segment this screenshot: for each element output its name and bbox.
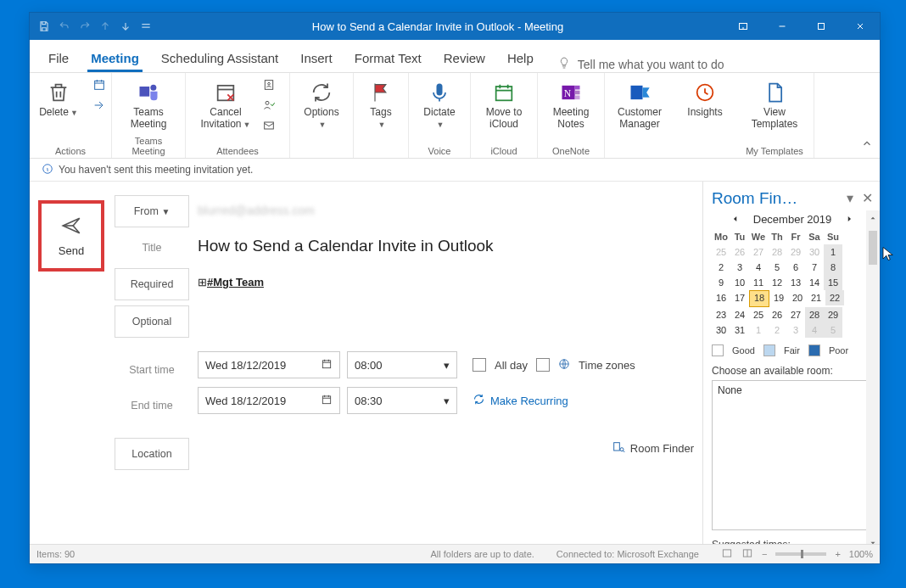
- scroll-up-icon[interactable]: [869, 214, 877, 222]
- calendar-day[interactable]: 30: [712, 322, 730, 338]
- maximize-button[interactable]: [802, 13, 841, 40]
- undo-icon[interactable]: [59, 20, 70, 32]
- meeting-notes-button[interactable]: N Meeting Notes: [544, 76, 598, 131]
- calendar-day[interactable]: 27: [749, 244, 768, 260]
- tab-scheduling-assistant[interactable]: Scheduling Assistant: [158, 46, 282, 72]
- calendar-day[interactable]: 23: [712, 307, 730, 322]
- down-arrow-icon[interactable]: [120, 20, 131, 32]
- optional-button[interactable]: Optional: [115, 305, 189, 338]
- calendar-day[interactable]: 3: [786, 322, 805, 338]
- calendar-day[interactable]: 1: [749, 322, 768, 338]
- up-arrow-icon[interactable]: [99, 20, 111, 32]
- optional-input[interactable]: [198, 302, 694, 333]
- minimize-button[interactable]: [763, 13, 802, 40]
- calendar-day[interactable]: 16: [712, 290, 730, 305]
- location-input[interactable]: Room Finder: [198, 433, 694, 463]
- calendar-day[interactable]: 28: [805, 307, 824, 322]
- end-date-picker[interactable]: Wed 18/12/2019: [198, 387, 340, 414]
- insights-button[interactable]: Insights: [678, 76, 732, 119]
- calendar-day[interactable]: 31: [730, 322, 749, 338]
- next-month-icon[interactable]: [845, 213, 853, 226]
- calendar-day[interactable]: 4: [749, 260, 768, 275]
- view-normal-icon[interactable]: [721, 547, 733, 561]
- tab-file[interactable]: File: [45, 46, 72, 72]
- calendar-day[interactable]: 2: [768, 322, 786, 338]
- calendar-day[interactable]: 25: [712, 244, 730, 260]
- panel-close-icon[interactable]: ✕: [862, 190, 873, 206]
- calendar-day[interactable]: 26: [768, 307, 786, 322]
- panel-scrollbar[interactable]: [866, 210, 880, 551]
- calendar-day[interactable]: 1: [824, 244, 842, 260]
- dictate-button[interactable]: Dictate▼: [412, 76, 467, 131]
- teams-meeting-button[interactable]: Teams Meeting: [121, 76, 176, 131]
- panel-options-icon[interactable]: ▾: [847, 190, 853, 206]
- calendar-day[interactable]: 11: [749, 275, 768, 290]
- zoom-out-icon[interactable]: −: [762, 549, 767, 559]
- tags-button[interactable]: Tags▼: [354, 76, 408, 131]
- prev-month-icon[interactable]: [731, 213, 740, 226]
- redo-icon[interactable]: [79, 20, 91, 32]
- calendar-day[interactable]: 15: [824, 275, 842, 290]
- send-button[interactable]: Send: [38, 200, 104, 272]
- calendar-day[interactable]: 30: [805, 244, 824, 260]
- tab-insert[interactable]: Insert: [297, 46, 336, 72]
- options-button[interactable]: Options▼: [294, 76, 349, 131]
- end-time-picker[interactable]: 08:30 ▾: [347, 387, 457, 414]
- calendar-day[interactable]: 21: [807, 290, 825, 305]
- tab-review[interactable]: Review: [440, 46, 489, 72]
- calendar-day[interactable]: 20: [788, 290, 807, 305]
- response-options-icon[interactable]: [262, 119, 276, 136]
- zoom-in-icon[interactable]: +: [835, 549, 840, 559]
- collapse-ribbon-icon[interactable]: [861, 137, 873, 153]
- calendar-day[interactable]: 2: [712, 260, 730, 275]
- calendar-day[interactable]: 26: [730, 244, 749, 260]
- calendar-day[interactable]: 22: [825, 290, 844, 305]
- calendar-day[interactable]: 6: [786, 260, 805, 275]
- calendar-day[interactable]: 4: [805, 322, 824, 338]
- save-icon[interactable]: [38, 20, 50, 32]
- calendar-day[interactable]: 3: [730, 260, 749, 275]
- calendar-day[interactable]: 13: [786, 275, 805, 290]
- calendar-day[interactable]: 27: [786, 307, 805, 322]
- calendar-day[interactable]: 7: [805, 260, 824, 275]
- calendar-day[interactable]: 29: [786, 244, 805, 260]
- time-zones-checkbox[interactable]: [536, 358, 550, 372]
- mini-calendar[interactable]: MoTuWeThFrSaSu 2526272829301234567891011…: [712, 229, 873, 338]
- make-recurring-button[interactable]: Make Recurring: [473, 393, 568, 408]
- view-templates-button[interactable]: View Templates: [747, 76, 803, 131]
- calendar-day[interactable]: 8: [824, 260, 842, 275]
- start-date-picker[interactable]: Wed 18/12/2019: [198, 351, 340, 378]
- customer-manager-button[interactable]: Customer Manager: [612, 76, 667, 131]
- delete-button[interactable]: Delete▼: [31, 76, 86, 119]
- calendar-day[interactable]: 18: [749, 290, 769, 307]
- calendar-day[interactable]: 19: [769, 290, 788, 305]
- calendar-day[interactable]: 5: [768, 260, 786, 275]
- title-input[interactable]: How to Send a Calendar Invite in Outlook: [198, 237, 494, 255]
- move-to-icloud-button[interactable]: Move to iCloud: [477, 76, 531, 131]
- calendar-day[interactable]: 24: [730, 307, 749, 322]
- ribbon-display-options-icon[interactable]: [724, 13, 763, 40]
- scroll-thumb[interactable]: [869, 231, 877, 265]
- room-finder-toggle[interactable]: Room Finder: [612, 440, 694, 456]
- tab-meeting[interactable]: Meeting: [87, 46, 143, 72]
- close-button[interactable]: [841, 13, 880, 40]
- tell-me-search[interactable]: Tell me what you want to do: [557, 56, 724, 72]
- tab-format-text[interactable]: Format Text: [351, 46, 425, 72]
- calendar-day[interactable]: 10: [730, 275, 749, 290]
- calendar-day[interactable]: 9: [712, 275, 730, 290]
- calendar-day[interactable]: 12: [768, 275, 786, 290]
- forward-small-icon[interactable]: [92, 98, 106, 115]
- required-button[interactable]: Required: [115, 268, 189, 300]
- check-names-icon[interactable]: [262, 98, 276, 115]
- address-book-icon[interactable]: [262, 78, 276, 95]
- tab-help[interactable]: Help: [504, 46, 537, 72]
- calendar-day[interactable]: 25: [749, 307, 768, 322]
- view-reading-icon[interactable]: [741, 547, 753, 561]
- calendar-day[interactable]: 17: [730, 290, 749, 305]
- calendar-day[interactable]: 29: [824, 307, 842, 322]
- customize-qat-icon[interactable]: [140, 20, 152, 32]
- cancel-invitation-button[interactable]: Cancel Invitation▼: [196, 76, 256, 131]
- location-button[interactable]: Location: [115, 438, 189, 470]
- required-attendee-chip[interactable]: #Mgt Team: [198, 276, 264, 288]
- available-rooms-list[interactable]: None: [712, 380, 873, 530]
